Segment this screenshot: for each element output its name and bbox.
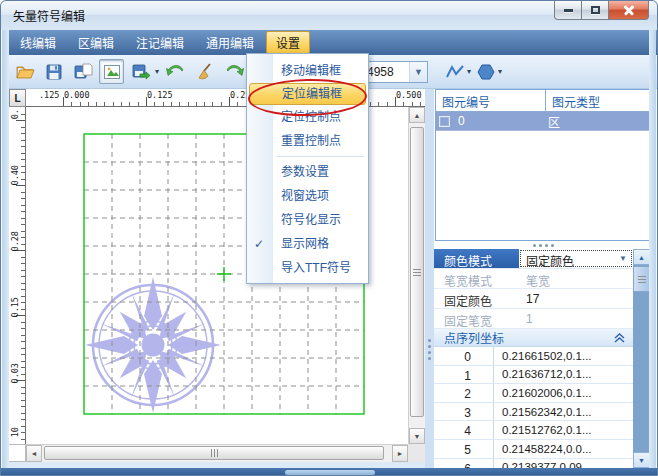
coord-value: 0.21512762,0.1... bbox=[494, 424, 633, 436]
vertical-splitter[interactable] bbox=[425, 89, 434, 468]
coord-row[interactable]: 40.21512762,0.1... bbox=[434, 421, 633, 440]
scroll-right-icon[interactable]: ► bbox=[392, 445, 408, 462]
scroll-up-icon[interactable]: ▲ bbox=[409, 107, 425, 123]
chevron-down-icon[interactable]: ▼ bbox=[619, 254, 627, 263]
menu-item-import-ttf-symbol[interactable]: 导入TTF符号 bbox=[247, 256, 368, 280]
redo-icon[interactable] bbox=[221, 59, 246, 84]
table-header-row: 图元编号 图元类型 bbox=[436, 90, 649, 112]
ruler-corner-button[interactable]: L bbox=[9, 89, 26, 107]
scroll-up-icon[interactable]: ▲ bbox=[633, 249, 650, 265]
center-cross bbox=[217, 267, 231, 281]
coord-index: 0 bbox=[442, 347, 494, 365]
coord-row[interactable]: 30.21562342,0.1... bbox=[434, 403, 633, 422]
column-header-id[interactable]: 图元编号 bbox=[436, 90, 546, 111]
menu-general-edit[interactable]: 通用编辑 bbox=[196, 31, 264, 54]
scroll-left-icon[interactable]: ◄ bbox=[26, 445, 42, 462]
menu-item-move-edit-frame[interactable]: 移动编辑框 bbox=[247, 59, 368, 83]
polygon-tool-icon[interactable] bbox=[473, 59, 498, 84]
settings-dropdown-menu: 移动编辑框 定位编辑框 定位控制点 重置控制点 参数设置 视窗选项 符号化显示 … bbox=[246, 53, 369, 284]
point-coords-section-header[interactable]: 点序列坐标 bbox=[434, 329, 633, 347]
menu-annotation-edit[interactable]: 注记编辑 bbox=[126, 31, 194, 54]
close-button[interactable] bbox=[609, 1, 649, 20]
coord-row[interactable]: 10.21636712,0.1... bbox=[434, 366, 633, 385]
vruler-label: 0.28 bbox=[10, 231, 20, 251]
ruler-corner-label: L bbox=[14, 93, 20, 104]
vertical-ruler: 0. 0.40 0.28 0.15 0.03 10 bbox=[9, 107, 26, 444]
menu-item-position-edit-frame[interactable]: 定位编辑框 bbox=[249, 83, 366, 105]
table-row[interactable]: 0 区 bbox=[436, 112, 649, 131]
menu-item-reset-control-point[interactable]: 重置控制点 bbox=[247, 129, 368, 153]
vscroll-thumb[interactable] bbox=[410, 127, 424, 417]
window-title: 矢量符号编辑 bbox=[13, 7, 85, 24]
canvas-vertical-scrollbar[interactable]: ▲ ▼ bbox=[408, 107, 425, 444]
canvas-horizontal-scrollbar[interactable]: ◄ ► bbox=[26, 444, 408, 462]
chevron-down-icon[interactable]: ▼ bbox=[409, 62, 427, 82]
resize-grip bbox=[285, 470, 375, 475]
menu-item-position-control-point[interactable]: 定位控制点 bbox=[247, 105, 368, 129]
polygon-caret-icon[interactable]: ▾ bbox=[498, 67, 502, 76]
property-label: 固定笔宽 bbox=[434, 309, 519, 328]
save-icon[interactable] bbox=[41, 59, 66, 84]
coord-index: 5 bbox=[442, 440, 494, 458]
property-label: 颜色模式 bbox=[434, 249, 519, 268]
property-value[interactable]: 17 bbox=[519, 289, 633, 308]
coord-value: 0.2139377,0.09 bbox=[494, 461, 633, 468]
menu-settings[interactable]: 设置 bbox=[266, 31, 310, 54]
column-header-type[interactable]: 图元类型 bbox=[546, 90, 649, 111]
property-row-color-mode[interactable]: 颜色模式 固定颜色 ▼ bbox=[434, 249, 633, 269]
view-image-icon[interactable] bbox=[99, 59, 124, 84]
section-title: 点序列坐标 bbox=[444, 329, 504, 346]
coord-row[interactable]: 50.21458224,0.0... bbox=[434, 440, 633, 459]
hscroll-thumb[interactable] bbox=[44, 446, 384, 460]
menu-item-symbolized-display[interactable]: 符号化显示 bbox=[247, 208, 368, 232]
coord-row[interactable]: 00.21661502,0.1... bbox=[434, 347, 633, 366]
row-checkbox[interactable] bbox=[439, 116, 450, 127]
thumb-grip bbox=[638, 276, 646, 283]
property-value: 1 bbox=[519, 309, 633, 328]
window-bottom-edge bbox=[1, 468, 658, 476]
scroll-down-icon[interactable]: ▼ bbox=[409, 428, 425, 444]
menu-item-viewport-options[interactable]: 视窗选项 bbox=[247, 184, 368, 208]
scroll-down-icon[interactable]: ▼ bbox=[633, 452, 650, 468]
app-window: 矢量符号编辑 线编辑 区编辑 注记编辑 通用编辑 设置 bbox=[0, 0, 658, 476]
property-value: 笔宽 bbox=[519, 269, 633, 288]
splitter-grip bbox=[428, 339, 431, 360]
polyline-tool-icon[interactable] bbox=[442, 59, 467, 84]
menu-area-edit[interactable]: 区编辑 bbox=[68, 31, 124, 54]
menu-item-show-grid[interactable]: ✓ 显示网格 bbox=[247, 232, 368, 256]
export-caret-icon[interactable]: ▾ bbox=[155, 67, 159, 76]
menu-line-edit[interactable]: 线编辑 bbox=[10, 31, 66, 54]
open-folder-icon[interactable] bbox=[12, 59, 37, 84]
clean-broom-icon[interactable] bbox=[192, 59, 217, 84]
caption-buttons bbox=[554, 1, 649, 20]
coord-row[interactable]: 60.2139377,0.09 bbox=[434, 459, 633, 468]
coord-value: 0.21661502,0.1... bbox=[494, 350, 633, 362]
element-id: 0 bbox=[458, 114, 543, 128]
properties-grid: 颜色模式 固定颜色 ▼ 笔宽模式 笔宽 固定颜色 17 固定笔宽 1 点序列坐标 bbox=[434, 249, 633, 468]
panel-scrollbar[interactable]: ▲ ▼ bbox=[633, 249, 650, 468]
property-row-fixed-penwidth[interactable]: 固定笔宽 1 bbox=[434, 309, 633, 329]
vruler-label: 0.15 bbox=[10, 297, 20, 317]
coord-row[interactable]: 20.21602006,0.1... bbox=[434, 384, 633, 403]
coord-index: 3 bbox=[442, 403, 494, 421]
color-mode-dropdown[interactable]: 固定颜色 ▼ bbox=[519, 249, 633, 268]
titlebar[interactable]: 矢量符号编辑 bbox=[1, 1, 657, 30]
horizontal-splitter[interactable] bbox=[434, 242, 652, 249]
pscroll-thumb[interactable] bbox=[633, 266, 650, 292]
property-row-penwidth-mode[interactable]: 笔宽模式 笔宽 bbox=[434, 269, 633, 289]
coordinates-list: 00.21661502,0.1... 10.21636712,0.1... 20… bbox=[434, 347, 633, 468]
undo-icon[interactable] bbox=[163, 59, 188, 84]
restore-button[interactable] bbox=[582, 1, 609, 20]
compass-rose-symbol bbox=[85, 277, 221, 413]
elements-table: 图元编号 图元类型 0 区 bbox=[435, 89, 650, 241]
property-row-fixed-color[interactable]: 固定颜色 17 bbox=[434, 289, 633, 309]
collapse-chevrons-icon[interactable] bbox=[614, 333, 625, 343]
save-as-icon[interactable] bbox=[70, 59, 95, 84]
polyline-caret-icon[interactable]: ▾ bbox=[467, 67, 471, 76]
hruler-label: 0.125 bbox=[147, 90, 173, 100]
property-label: 固定颜色 bbox=[434, 289, 519, 308]
export-icon[interactable] bbox=[128, 59, 153, 84]
menu-separator bbox=[277, 156, 364, 157]
menu-item-parameter-settings[interactable]: 参数设置 bbox=[247, 160, 368, 184]
minimize-button[interactable] bbox=[554, 1, 582, 20]
